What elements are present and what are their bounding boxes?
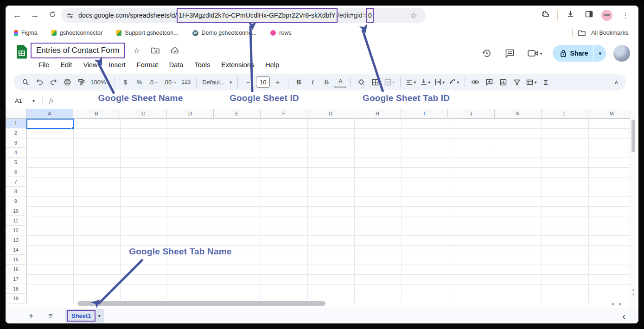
meet-button[interactable]: ▾ xyxy=(525,49,545,58)
column-header[interactable]: K xyxy=(495,109,542,119)
row-header[interactable]: 10 xyxy=(6,206,26,216)
search-menus-button[interactable] xyxy=(19,76,32,88)
font-size-input[interactable]: 10 xyxy=(256,76,270,88)
menu-item[interactable]: File xyxy=(34,60,53,70)
collapse-panel-chevron[interactable]: ‹ xyxy=(619,311,628,321)
share-dropdown-caret[interactable]: ▾ xyxy=(594,51,606,57)
filter-views-button[interactable]: ▾ xyxy=(525,76,538,88)
strikethrough-button[interactable]: S xyxy=(320,76,332,88)
horizontal-align-button[interactable]: ▾ xyxy=(405,76,417,88)
increase-decimal-button[interactable]: .00→ xyxy=(162,76,178,88)
cloud-status-button[interactable] xyxy=(168,45,183,56)
column-header[interactable]: D xyxy=(167,109,214,119)
column-header[interactable]: M xyxy=(588,109,635,119)
forward-button[interactable]: → xyxy=(29,9,41,21)
row-header[interactable]: 6 xyxy=(6,167,26,177)
italic-button[interactable]: I xyxy=(306,76,319,88)
text-rotation-button[interactable]: ▾ xyxy=(448,76,460,88)
row-header[interactable]: 14 xyxy=(6,245,26,255)
column-header[interactable]: F xyxy=(261,109,307,119)
decrease-font-size-button[interactable]: − xyxy=(242,76,254,88)
extensions-button[interactable] xyxy=(539,9,551,21)
name-box[interactable]: A1 ▾ xyxy=(6,97,35,104)
account-avatar[interactable] xyxy=(613,45,630,62)
all-bookmarks-label[interactable]: All Bookmarks xyxy=(591,30,628,36)
row-header[interactable]: 11 xyxy=(6,216,26,226)
horizontal-scrollbar-thumb[interactable] xyxy=(77,301,325,306)
version-history-button[interactable] xyxy=(479,48,495,59)
share-button[interactable]: Share ▾ xyxy=(553,45,606,62)
column-header[interactable]: I xyxy=(401,109,448,119)
browser-profile-avatar[interactable] xyxy=(601,10,612,21)
bookmark-star-button[interactable]: ☆ xyxy=(408,10,420,21)
reload-button[interactable] xyxy=(46,9,58,21)
row-header[interactable]: 2 xyxy=(6,128,26,138)
insert-comment-button[interactable] xyxy=(483,76,495,88)
share-main[interactable]: Share xyxy=(553,45,594,62)
row-header[interactable]: 12 xyxy=(6,226,26,235)
horizontal-scroll-arrows[interactable]: ◀▶ xyxy=(611,302,627,306)
row-header[interactable]: 1 xyxy=(6,119,26,128)
redo-button[interactable] xyxy=(47,76,59,88)
move-to-folder-button[interactable] xyxy=(148,45,162,56)
increase-font-size-button[interactable]: + xyxy=(272,76,284,88)
merge-cells-button[interactable]: ▾ xyxy=(383,76,396,88)
font-select[interactable]: Defaul... ▾ xyxy=(201,76,233,88)
sheet-tab-caret[interactable]: ▾ xyxy=(98,313,101,318)
comments-button[interactable] xyxy=(502,48,517,59)
undo-button[interactable] xyxy=(33,76,45,88)
scroll-up-icon[interactable]: ▲ xyxy=(630,287,637,292)
address-bar[interactable]: docs.google.com/spreadsheets/d/1H-3MgzdI… xyxy=(61,8,426,23)
insert-chart-button[interactable] xyxy=(497,76,509,88)
decrease-decimal-button[interactable]: .0← xyxy=(147,76,160,88)
document-title[interactable]: Entries of Contact Form xyxy=(31,43,125,58)
row-header[interactable]: 13 xyxy=(6,235,26,245)
bold-button[interactable]: B xyxy=(293,76,305,88)
menu-item[interactable]: View xyxy=(79,60,102,70)
row-header[interactable]: 9 xyxy=(6,196,26,206)
add-sheet-button[interactable]: + xyxy=(24,310,38,322)
collapse-toolbar-button[interactable]: ∧ xyxy=(614,79,618,86)
column-header[interactable]: L xyxy=(542,109,588,119)
menu-item[interactable]: Format xyxy=(133,60,162,70)
column-header[interactable]: G xyxy=(307,109,354,119)
url-text[interactable]: docs.google.com/spreadsheets/d/1H-3MgzdI… xyxy=(78,11,374,20)
menu-item[interactable]: Help xyxy=(261,60,283,70)
column-header[interactable]: A xyxy=(26,109,73,119)
more-formats-button[interactable]: 123 xyxy=(180,76,192,88)
row-header[interactable]: 4 xyxy=(6,148,26,158)
fill-handle[interactable] xyxy=(71,127,75,130)
menu-item[interactable]: Edit xyxy=(56,60,76,70)
scroll-left-icon[interactable]: ◀ xyxy=(611,302,619,305)
side-panel-button[interactable] xyxy=(583,9,595,21)
print-button[interactable] xyxy=(61,76,73,88)
back-button[interactable]: ← xyxy=(11,9,23,21)
borders-button[interactable] xyxy=(369,76,381,88)
fill-color-button[interactable] xyxy=(355,76,367,88)
sheet-tab-name[interactable]: Sheet1 xyxy=(67,310,96,322)
menu-item[interactable]: Extensions xyxy=(217,60,258,70)
all-sheets-button[interactable]: ≡ xyxy=(44,310,57,322)
menu-item[interactable]: Insert xyxy=(105,60,130,70)
bookmark-item[interactable]: gsheetconnector xyxy=(51,30,102,36)
bookmark-item[interactable]: rows xyxy=(270,30,291,36)
row-header[interactable]: 3 xyxy=(6,138,26,148)
scroll-down-icon[interactable]: ▼ xyxy=(630,292,637,297)
menu-item[interactable]: Tools xyxy=(190,60,214,70)
star-document-button[interactable]: ☆ xyxy=(131,45,143,56)
row-header[interactable]: 16 xyxy=(6,265,26,274)
row-header[interactable]: 15 xyxy=(6,255,26,265)
vertical-scrollbar[interactable]: ▲ ▼ xyxy=(630,109,636,309)
sheets-logo[interactable] xyxy=(17,45,28,62)
text-wrap-button[interactable]: ▾ xyxy=(434,76,446,88)
row-header[interactable]: 17 xyxy=(6,274,26,284)
text-color-button[interactable]: A xyxy=(334,76,346,88)
menu-item[interactable]: Data xyxy=(165,60,188,70)
vertical-align-button[interactable]: ▾ xyxy=(419,76,432,88)
zoom-select[interactable]: 100% ▾ xyxy=(89,76,110,88)
name-box-caret[interactable]: ▾ xyxy=(32,98,35,103)
format-percent-button[interactable]: % xyxy=(133,76,145,88)
paint-format-button[interactable] xyxy=(75,76,87,88)
column-header[interactable]: E xyxy=(214,109,261,119)
create-filter-button[interactable] xyxy=(511,76,523,88)
